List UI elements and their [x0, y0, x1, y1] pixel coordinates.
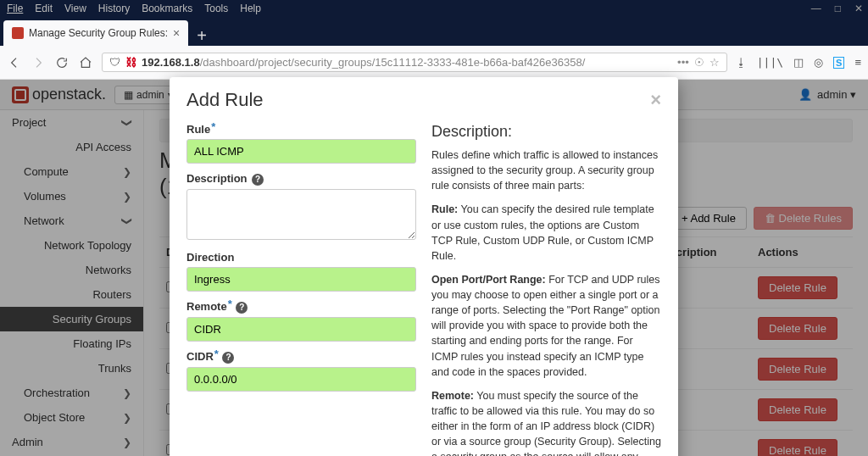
menu-history[interactable]: History: [98, 3, 130, 14]
window-controls: — □ ✕: [811, 0, 863, 17]
forward-icon[interactable]: [31, 55, 46, 70]
description-label: Description ?: [186, 172, 416, 186]
help-icon[interactable]: ?: [222, 352, 234, 364]
remote-select[interactable]: CIDR: [186, 317, 416, 342]
library-icon[interactable]: |||\: [757, 56, 783, 69]
cidr-input[interactable]: [186, 367, 416, 392]
help-icon[interactable]: ?: [236, 302, 248, 314]
description-textarea[interactable]: [186, 189, 416, 240]
new-tab-button[interactable]: +: [188, 26, 215, 46]
account-icon[interactable]: ◎: [814, 56, 823, 69]
maximize-icon[interactable]: □: [835, 3, 841, 14]
description-heading: Description:: [431, 123, 661, 141]
remote-label: Remote* ?: [186, 300, 416, 314]
tab-close-icon[interactable]: ×: [173, 26, 180, 40]
menu-edit[interactable]: Edit: [35, 3, 53, 14]
cidr-label: CIDR* ?: [186, 350, 416, 364]
bookmark-star-icon[interactable]: ☆: [709, 56, 720, 69]
menu-file[interactable]: File: [7, 3, 23, 14]
openstack-favicon: [12, 27, 24, 39]
description-intro: Rules define which traffic is allowed to…: [431, 147, 661, 193]
menu-bookmarks[interactable]: Bookmarks: [142, 3, 192, 14]
menu-view[interactable]: View: [64, 3, 86, 14]
back-icon[interactable]: [7, 55, 22, 70]
add-rule-modal: Add Rule × Rule* ALL ICMP Description ? …: [170, 77, 678, 456]
reader-icon[interactable]: ☉: [694, 56, 704, 69]
url-more-icon[interactable]: •••: [677, 56, 689, 69]
menu-tools[interactable]: Tools: [204, 3, 228, 14]
browser-tab[interactable]: Manage Security Group Rules: ×: [3, 20, 188, 46]
home-icon[interactable]: [78, 55, 93, 70]
modal-close-icon[interactable]: ×: [650, 89, 661, 111]
close-window-icon[interactable]: ✕: [854, 3, 863, 14]
url-text: 192.168.1.8/dashboard/project/security_g…: [142, 56, 585, 69]
downloads-icon[interactable]: ⭳: [736, 56, 747, 69]
browser-tabstrip: Manage Security Group Rules: × +: [0, 17, 868, 46]
tab-title: Manage Security Group Rules:: [29, 27, 168, 39]
address-bar[interactable]: 🛡 ⛓ 192.168.1.8/dashboard/project/securi…: [102, 53, 727, 72]
sidebar-toggle-icon[interactable]: ◫: [793, 56, 804, 69]
toolbar-right: ⭳ |||\ ◫ ◎ S ≡: [736, 56, 861, 69]
hamburger-menu-icon[interactable]: ≡: [854, 56, 861, 69]
description-remote: Remote: You must specify the source of t…: [431, 388, 661, 456]
rule-label: Rule*: [186, 123, 416, 136]
direction-label: Direction: [186, 251, 416, 264]
description-rule: Rule: You can specify the desired rule t…: [431, 202, 661, 264]
page: openstack. ▦ admin ▾ 👤 admin ▾ Project A…: [0, 80, 868, 456]
direction-select[interactable]: Ingress: [186, 267, 416, 292]
modal-title: Add Rule: [186, 89, 264, 111]
os-menubar: File Edit View History Bookmarks Tools H…: [0, 0, 868, 17]
description-port: Open Port/Port Range: For TCP and UDP ru…: [431, 272, 661, 380]
tracking-shield-icon[interactable]: 🛡: [109, 56, 120, 69]
menu-help[interactable]: Help: [240, 3, 261, 14]
insecure-icon: ⛓: [125, 56, 136, 69]
browser-toolbar: 🛡 ⛓ 192.168.1.8/dashboard/project/securi…: [0, 46, 868, 80]
extension-icon[interactable]: S: [833, 57, 844, 69]
reload-icon[interactable]: [54, 55, 70, 70]
rule-select[interactable]: ALL ICMP: [186, 139, 416, 164]
minimize-icon[interactable]: —: [811, 3, 821, 14]
help-icon[interactable]: ?: [252, 174, 264, 186]
